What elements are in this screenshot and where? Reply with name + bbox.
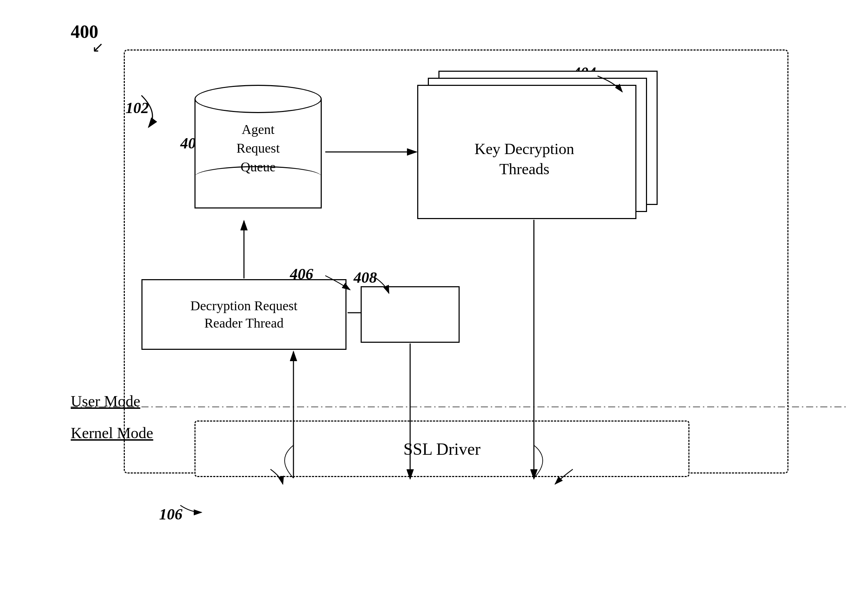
mode-separator: [71, 406, 849, 407]
stack-label: Key Decryption Threads: [422, 139, 627, 179]
diagram-container: 400 ↙ 102 402 Agent Request Queue 404 Ke…: [71, 21, 813, 572]
cylinder-top: [195, 85, 322, 113]
agent-request-queue: Agent Request Queue: [195, 85, 322, 219]
ref-label-106: 106: [159, 505, 182, 523]
figure-arrow: ↙: [92, 39, 104, 56]
ssl-driver: SSL Driver: [195, 420, 689, 477]
pipe-box: [361, 286, 460, 343]
user-mode-label: User Mode: [71, 392, 140, 410]
ref-label-408: 408: [354, 268, 377, 287]
cylinder-label: Agent Request Queue: [195, 120, 322, 177]
ssl-label: SSL Driver: [403, 439, 480, 459]
decryption-request-reader-thread: Decryption Request Reader Thread: [142, 279, 347, 350]
stack-rect-front: Key Decryption Threads: [417, 85, 636, 219]
drrt-label: Decryption Request Reader Thread: [190, 297, 298, 332]
kernel-mode-label: Kernel Mode: [71, 424, 153, 442]
key-decryption-threads: Key Decryption Threads: [417, 71, 665, 219]
